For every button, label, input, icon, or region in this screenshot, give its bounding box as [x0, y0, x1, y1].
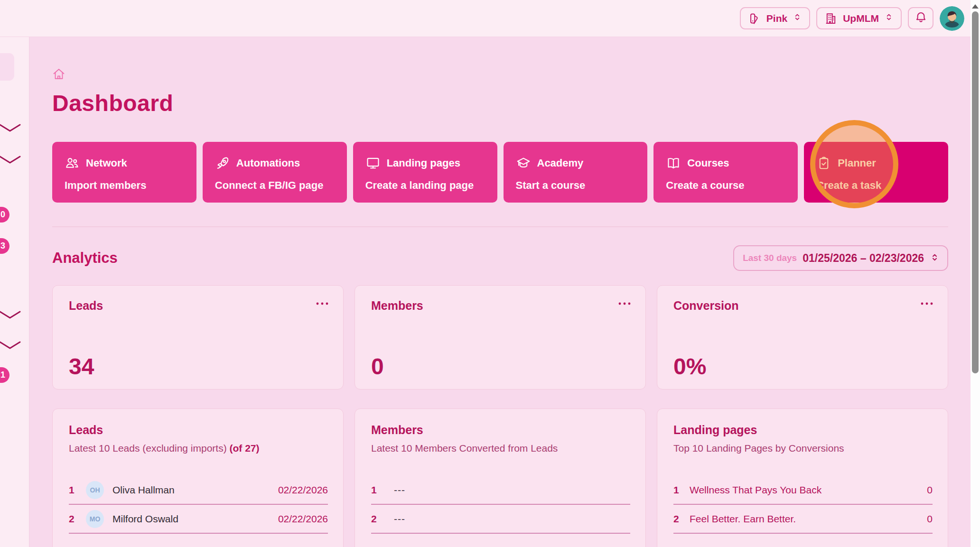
quick-action-automations[interactable]: Automations Connect a FB/IG page — [203, 142, 347, 203]
building-icon — [824, 12, 838, 25]
list-card-subtitle: Latest 10 Members Converted from Leads — [371, 443, 630, 454]
sidebar-count-badge: 0 — [0, 207, 9, 223]
list-card-title: Members — [371, 423, 630, 437]
date-range-preset: Last 30 days — [743, 253, 797, 263]
lead-name: Oliva Hallman — [112, 484, 175, 496]
more-options-icon[interactable] — [920, 299, 933, 307]
page-body: 0 3 1 Dashbo — [0, 37, 980, 547]
stat-card-title: Members — [371, 299, 630, 313]
chevron-up-down-icon — [930, 252, 940, 265]
landing-page-row[interactable]: 2 Feel Better. Earn Better. 0 — [673, 505, 933, 534]
list-card-subtitle: Latest 10 Leads (excluding imports) (of … — [69, 443, 328, 454]
quick-action-academy[interactable]: Academy Start a course — [504, 142, 648, 203]
page-title: Dashboard — [52, 90, 948, 116]
sidebar-count-badge: 3 — [0, 238, 9, 254]
lead-row[interactable]: 1 OH Oliva Hallman 02/22/2026 — [69, 476, 328, 505]
lead-name: Milford Oswald — [112, 513, 178, 525]
chevron-up-down-icon — [793, 12, 802, 25]
more-options-icon[interactable] — [618, 299, 631, 307]
click-highlight-indicator — [810, 120, 898, 208]
list-cards-row: Leads Latest 10 Leads (excluding imports… — [52, 408, 948, 547]
quick-action-subtitle: Create a course — [666, 179, 793, 192]
date-range-value: 01/25/2026 – 02/23/2026 — [803, 252, 924, 265]
scrollbar-up-arrow-icon[interactable] — [972, 4, 979, 9]
lead-date: 02/22/2026 — [278, 484, 328, 496]
section-divider — [52, 226, 948, 227]
sidebar: 0 3 1 — [0, 37, 29, 547]
lead-row[interactable]: 2 MO Milford Oswald 02/22/2026 — [69, 505, 328, 534]
quick-action-title: Academy — [537, 157, 584, 169]
member-row: 2 --- — [371, 505, 630, 534]
palette-icon — [748, 12, 761, 25]
stat-cards-row: Leads 34 Members 0 Conversion — [52, 285, 948, 389]
home-icon[interactable] — [52, 67, 65, 83]
topbar: Pink UpMLM — [0, 0, 980, 37]
avatar: OH — [86, 481, 104, 499]
quick-action-subtitle: Create a landing page — [365, 179, 493, 192]
stat-card-leads: Leads 34 — [52, 285, 344, 389]
list-card-landing-pages: Landing pages Top 10 Landing Pages by Co… — [657, 408, 948, 547]
stat-card-title: Conversion — [673, 299, 933, 313]
landing-page-conversions: 0 — [927, 484, 933, 496]
chevron-down-icon[interactable] — [0, 155, 21, 165]
analytics-header: Analytics Last 30 days 01/25/2026 – 02/2… — [52, 245, 948, 271]
workspace-selector-label: UpMLM — [843, 13, 879, 24]
quick-action-network[interactable]: Network Import members — [52, 142, 196, 203]
avatar: MO — [86, 510, 104, 528]
quick-action-courses[interactable]: Courses Create a course — [653, 142, 798, 203]
app-window: Pink UpMLM — [0, 0, 980, 547]
notifications-button[interactable] — [908, 7, 933, 29]
chevron-up-down-icon — [884, 12, 894, 25]
open-book-icon — [666, 156, 681, 171]
quick-action-subtitle: Start a course — [516, 179, 643, 192]
user-avatar[interactable] — [940, 6, 964, 31]
list-card-title: Landing pages — [673, 423, 933, 437]
landing-page-row[interactable]: 1 Wellness That Pays You Back 0 — [673, 476, 933, 505]
lead-date: 02/22/2026 — [278, 513, 328, 525]
list-card-members: Members Latest 10 Members Converted from… — [355, 408, 646, 547]
graduation-cap-icon — [516, 156, 531, 171]
scrollbar-thumb[interactable] — [972, 11, 979, 373]
quick-action-subtitle: Connect a FB/IG page — [215, 179, 342, 192]
main-content: Dashboard Network — [29, 37, 980, 547]
more-options-icon[interactable] — [316, 299, 329, 307]
member-name: --- — [394, 484, 405, 496]
landing-page-name: Wellness That Pays You Back — [690, 484, 821, 496]
list-card-title: Leads — [69, 423, 328, 437]
quick-action-title: Landing pages — [387, 157, 460, 169]
date-range-selector[interactable]: Last 30 days 01/25/2026 – 02/23/2026 — [733, 245, 948, 271]
stat-card-value: 34 — [69, 353, 328, 380]
landing-page-name: Feel Better. Earn Better. — [690, 513, 796, 525]
vertical-scrollbar[interactable] — [971, 0, 980, 547]
rocket-icon — [215, 156, 230, 171]
sidebar-active-item[interactable] — [0, 53, 14, 81]
theme-selector[interactable]: Pink — [740, 7, 810, 29]
people-icon — [65, 156, 80, 171]
stat-card-value: 0 — [371, 353, 630, 380]
member-row: 1 --- — [371, 476, 630, 505]
landing-page-conversions: 0 — [927, 513, 933, 525]
quick-action-title: Automations — [236, 157, 300, 169]
stat-card-conversion: Conversion 0% — [657, 285, 948, 389]
quick-actions-row: Network Import members — [52, 142, 948, 203]
chevron-down-icon[interactable] — [0, 341, 21, 350]
quick-action-title: Courses — [687, 157, 729, 169]
member-name: --- — [394, 513, 405, 525]
chevron-down-icon[interactable] — [0, 310, 21, 320]
analytics-heading: Analytics — [52, 250, 118, 267]
bell-icon — [915, 11, 927, 26]
monitor-icon — [365, 156, 381, 171]
quick-action-title: Network — [86, 157, 127, 169]
list-card-leads: Leads Latest 10 Leads (excluding imports… — [52, 408, 344, 547]
quick-action-subtitle: Import members — [65, 179, 192, 192]
stat-card-value: 0% — [673, 353, 933, 380]
chevron-down-icon[interactable] — [0, 123, 21, 133]
stat-card-title: Leads — [69, 299, 328, 313]
sidebar-count-badge: 1 — [0, 367, 9, 383]
workspace-selector[interactable]: UpMLM — [816, 7, 902, 29]
theme-selector-label: Pink — [766, 13, 787, 24]
list-card-subtitle: Top 10 Landing Pages by Conversions — [673, 443, 933, 454]
quick-action-landing-pages[interactable]: Landing pages Create a landing page — [353, 142, 497, 203]
stat-card-members: Members 0 — [355, 285, 646, 389]
